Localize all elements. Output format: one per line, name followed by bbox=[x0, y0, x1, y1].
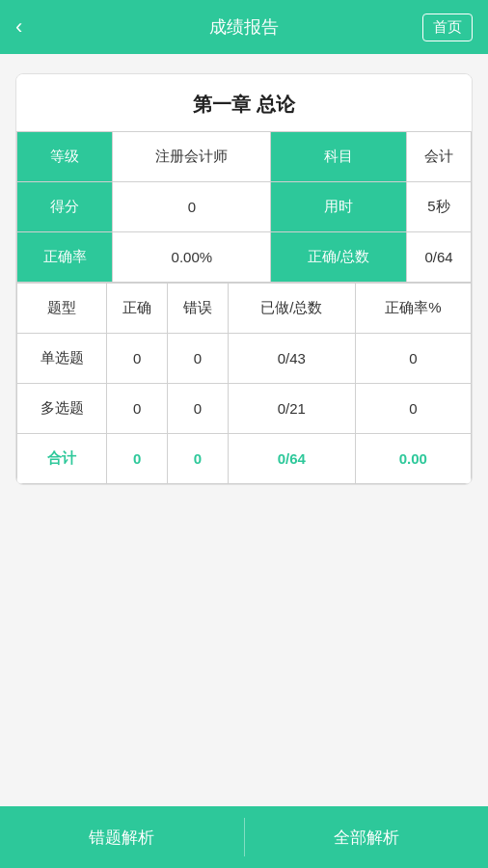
wrong-multi: 0 bbox=[167, 384, 228, 434]
done-multi: 0/21 bbox=[228, 384, 355, 434]
table-row: 正确率 0.00% 正确/总数 0/64 bbox=[17, 232, 472, 283]
wrong-single: 0 bbox=[167, 334, 228, 384]
info-table: 等级 注册会计师 科目 会计 得分 0 用时 5秒 正确率 0.00% 正确/总… bbox=[16, 131, 472, 283]
label-accuracy: 正确率 bbox=[17, 232, 113, 283]
value-accuracy: 0.00% bbox=[113, 232, 271, 283]
stats-table: 题型 正确 错误 已做/总数 正确率% 单选题 0 0 0/43 0 多选题 bbox=[16, 283, 472, 484]
col-correct-header: 正确 bbox=[107, 284, 168, 334]
type-single: 单选题 bbox=[17, 334, 107, 384]
content-area: 第一章 总论 等级 注册会计师 科目 会计 得分 0 用时 5秒 bbox=[0, 54, 488, 504]
col-acc-header: 正确率% bbox=[355, 284, 471, 334]
summary-correct: 0 bbox=[107, 434, 168, 484]
page-title: 成绩报告 bbox=[209, 15, 279, 39]
footer: 错题解析 全部解析 bbox=[0, 806, 488, 868]
wrong-analysis-button[interactable]: 错题解析 bbox=[0, 806, 244, 868]
table-row: 等级 注册会计师 科目 会计 bbox=[17, 132, 472, 182]
label-correct-total: 正确/总数 bbox=[271, 232, 407, 283]
type-multi: 多选题 bbox=[17, 384, 107, 434]
label-time: 用时 bbox=[271, 182, 407, 232]
col-done-header: 已做/总数 bbox=[228, 284, 355, 334]
value-correct-total: 0/64 bbox=[407, 232, 472, 283]
correct-single: 0 bbox=[107, 334, 168, 384]
col-wrong-header: 错误 bbox=[167, 284, 228, 334]
label-grade: 等级 bbox=[17, 132, 113, 182]
header: ‹ 成绩报告 首页 bbox=[0, 0, 488, 54]
done-single: 0/43 bbox=[228, 334, 355, 384]
value-score: 0 bbox=[113, 182, 271, 232]
back-button[interactable]: ‹ bbox=[15, 14, 22, 40]
report-card: 第一章 总论 等级 注册会计师 科目 会计 得分 0 用时 5秒 bbox=[15, 73, 473, 485]
table-row: 得分 0 用时 5秒 bbox=[17, 182, 472, 232]
acc-multi: 0 bbox=[355, 384, 471, 434]
summary-label: 合计 bbox=[17, 434, 107, 484]
home-button[interactable]: 首页 bbox=[422, 14, 473, 41]
label-subject: 科目 bbox=[271, 132, 407, 182]
correct-multi: 0 bbox=[107, 384, 168, 434]
acc-single: 0 bbox=[355, 334, 471, 384]
summary-done: 0/64 bbox=[228, 434, 355, 484]
card-title: 第一章 总论 bbox=[16, 74, 472, 131]
stats-summary-row: 合计 0 0 0/64 0.00 bbox=[17, 434, 472, 484]
value-grade: 注册会计师 bbox=[113, 132, 271, 182]
col-type-header: 题型 bbox=[17, 284, 107, 334]
summary-acc: 0.00 bbox=[355, 434, 471, 484]
value-subject: 会计 bbox=[407, 132, 472, 182]
label-score: 得分 bbox=[17, 182, 113, 232]
summary-wrong: 0 bbox=[167, 434, 228, 484]
all-analysis-button[interactable]: 全部解析 bbox=[245, 806, 489, 868]
stats-row-single: 单选题 0 0 0/43 0 bbox=[17, 334, 472, 384]
value-time: 5秒 bbox=[407, 182, 472, 232]
stats-header-row: 题型 正确 错误 已做/总数 正确率% bbox=[17, 284, 472, 334]
stats-row-multi: 多选题 0 0 0/21 0 bbox=[17, 384, 472, 434]
